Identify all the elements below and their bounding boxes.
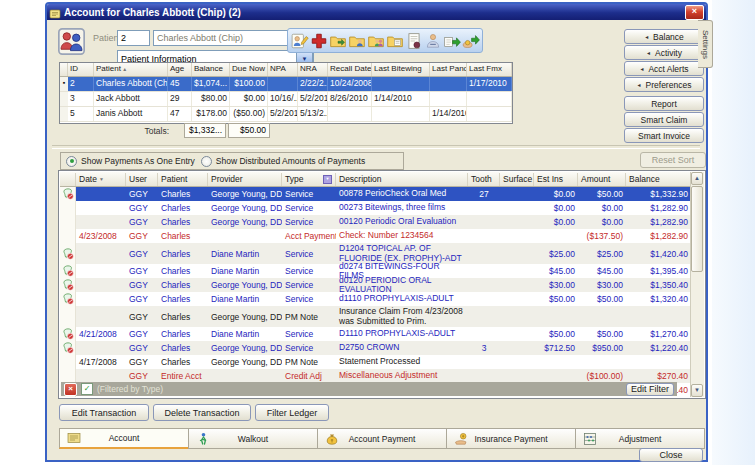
ledger-cell-amount: $0.00 xyxy=(578,217,626,227)
tab-account-payment[interactable]: Account Payment xyxy=(317,428,447,449)
edit-transaction-button[interactable]: Edit Transaction xyxy=(59,404,149,421)
folder-export-icon[interactable] xyxy=(329,32,347,50)
side-button-smart-claim[interactable]: Smart Claim xyxy=(624,112,704,127)
tab-account[interactable]: Account xyxy=(59,428,189,449)
patient-grid-col-last-pano[interactable]: Last Pano xyxy=(430,63,467,76)
document-seal-icon[interactable] xyxy=(405,32,423,50)
send-payment-icon[interactable] xyxy=(462,32,480,50)
remove-filter-icon[interactable]: × xyxy=(64,383,77,396)
side-button-report[interactable]: Report xyxy=(624,96,704,111)
reset-sort-button[interactable]: Reset Sort xyxy=(640,152,706,168)
side-button-activity[interactable]: ◄Activity xyxy=(624,45,704,60)
ledger-row[interactable]: 4/23/2008GGYCharlesAcct PaymentCheck: Nu… xyxy=(60,229,691,243)
ledger-cell-provider: Diane Martin xyxy=(208,329,282,339)
column-filter-icon[interactable]: ▼ xyxy=(323,175,332,184)
radio-show-distributed-amounts[interactable]: Show Distributed Amounts of Payments xyxy=(201,156,365,167)
ledger-row[interactable]: GGYCharlesGeorge Young, DDSServiceD2750 … xyxy=(60,341,691,355)
side-button-smart-invoice[interactable]: Smart Invoice xyxy=(624,128,704,143)
ledger-col-surface[interactable]: Surface xyxy=(500,173,534,186)
patient-grid-col-last-bitewing[interactable]: Last Bitewing xyxy=(372,63,430,76)
scrollbar-thumb[interactable] xyxy=(691,186,703,272)
ledger-row[interactable]: GGYCharlesDiane MartinServiced1110 PROPH… xyxy=(60,292,691,306)
scroll-down-icon[interactable]: ▼ xyxy=(691,384,703,397)
patient-cell-recall_date: 8/26/2010 xyxy=(328,92,372,106)
ledger-row[interactable]: GGYCharlesGeorge Young, DDSServiced0120 … xyxy=(60,278,691,292)
patient-id-field[interactable] xyxy=(117,30,150,46)
side-button-balance[interactable]: ◄Balance xyxy=(624,29,704,44)
ledger-row[interactable]: 4/17/2008GGYCharlesGeorge Young, DDSPM N… xyxy=(60,355,691,369)
select-patient-button[interactable] xyxy=(58,28,85,52)
ledger-col-tooth[interactable]: Tooth xyxy=(468,173,500,186)
tab-walkout[interactable]: Walkout xyxy=(188,428,318,449)
ledger-col-user[interactable]: User xyxy=(126,173,158,186)
background-strip xyxy=(712,0,755,465)
total-balance-value: $1,332... xyxy=(184,123,226,138)
patient-grid-col-nra[interactable]: NRA xyxy=(298,63,328,76)
side-button-preferences[interactable]: ◄Preferences xyxy=(624,77,704,92)
ledger-row[interactable]: GGYCharlesGeorge Young, DDSService00120 … xyxy=(60,215,691,229)
ledger-cell-balance: $1,270.40 xyxy=(626,329,691,339)
patient-grid-col-balance[interactable]: Balance xyxy=(192,63,230,76)
ledger-row[interactable]: GGYCharlesGeorge Young, DDSService00273 … xyxy=(60,201,691,215)
tab-label: Adjustment xyxy=(619,434,662,444)
patient-grid-col-due-now[interactable]: Due Now xyxy=(230,63,268,76)
close-button[interactable]: Close xyxy=(639,448,703,462)
side-button-label: Smart Claim xyxy=(641,115,688,125)
edit-filter-button[interactable]: Edit Filter xyxy=(626,383,674,396)
ledger-row[interactable]: GGYEntire AcctCredit AdjMiscellaneous Ad… xyxy=(60,369,691,383)
patient-care-icon[interactable] xyxy=(424,32,442,50)
tab-adjustment[interactable]: Adjustment xyxy=(575,428,705,449)
patient-grid-col-npa[interactable]: NPA xyxy=(268,63,298,76)
ledger-cell-user: GGY xyxy=(126,217,158,227)
filter-checkbox[interactable]: ✓ xyxy=(81,383,93,395)
ledger-cell-type: Service xyxy=(282,189,336,199)
patient-grid-col-patient[interactable]: Patient ▲ xyxy=(94,63,168,76)
ledger-book-icon xyxy=(67,431,81,445)
side-button-label: Acct Alerts xyxy=(648,64,688,74)
ledger-col-provider[interactable]: Provider xyxy=(208,173,282,186)
patient-row[interactable]: 5Janis Abbott47$178.00($50.00)5/2/20105/… xyxy=(60,107,512,122)
medical-cross-icon[interactable] xyxy=(310,32,328,50)
tab-insurance-payment[interactable]: Insurance Payment xyxy=(446,428,576,449)
ledger-cell-amount: $45.00 xyxy=(578,266,626,276)
send-claim-icon[interactable] xyxy=(443,32,461,50)
close-window-button[interactable]: × xyxy=(685,5,704,20)
patient-grid-col-last-fmx[interactable]: Last Fmx xyxy=(467,63,512,76)
ledger-col-type[interactable]: Type▼ xyxy=(282,173,336,186)
delete-transaction-button[interactable]: Delete Transaction xyxy=(153,404,251,421)
ledger-row[interactable]: GGYCharlesGeorge Young, DDSService00878 … xyxy=(60,187,691,201)
patient-row[interactable]: ▪2Charles Abbott (Chip)45$1,074...$100.0… xyxy=(60,77,512,92)
ledger-cell-type: Service xyxy=(282,294,336,304)
ledger-cell-balance: $1,220.40 xyxy=(626,343,691,353)
folder-family-icon[interactable] xyxy=(367,32,385,50)
patient-grid-col-recall-date[interactable]: Recall Date xyxy=(328,63,372,76)
ledger-row[interactable]: 4/21/2008GGYCharlesDiane MartinServiceD1… xyxy=(60,327,691,341)
ledger-cell-type: Service xyxy=(282,249,336,259)
ledger-body: GGYCharlesGeorge Young, DDSService00878 … xyxy=(60,187,691,397)
patient-cell-last_fmx xyxy=(467,107,512,121)
folder-patient-icon[interactable] xyxy=(348,32,366,50)
ledger-col-amount[interactable]: Amount xyxy=(578,173,626,186)
ledger-col-balance[interactable]: Balance xyxy=(626,173,691,186)
scroll-up-icon[interactable]: ▲ xyxy=(691,172,703,185)
tab-label: Account Payment xyxy=(349,434,416,444)
patient-cell-last_bitewing xyxy=(372,107,430,121)
side-button-acct-alerts[interactable]: ◄Acct Alerts xyxy=(624,61,704,76)
ledger-col-est-ins[interactable]: Est Ins xyxy=(534,173,578,186)
folder-documents-icon[interactable] xyxy=(386,32,404,50)
patient-edit-icon[interactable] xyxy=(291,32,309,50)
insurance-claim-icon xyxy=(60,278,76,292)
settings-side-tab[interactable]: Settings xyxy=(698,20,713,68)
radio-show-payments-one-entry[interactable]: Show Payments As One Entry xyxy=(66,156,195,167)
ledger-col-description[interactable]: Description xyxy=(336,173,468,186)
ledger-scrollbar[interactable]: ▲ ▼ xyxy=(690,172,704,397)
patient-row[interactable]: 3Jack Abbott29$80.00$0.0010/16/...5/2/20… xyxy=(60,92,512,107)
ledger-col-patient[interactable]: Patient xyxy=(158,173,208,186)
patient-cell-recall_date xyxy=(328,107,372,121)
patient-grid-col-id[interactable]: ID xyxy=(68,63,94,76)
filter-ledger-button[interactable]: Filter Ledger xyxy=(255,404,329,421)
titlebar: Account for Charles Abbott (Chip) (2) × xyxy=(47,4,706,20)
ledger-row[interactable]: GGYCharlesGeorge Young, DDSPM NoteInsura… xyxy=(60,306,691,327)
patient-grid-col-age[interactable]: Age xyxy=(168,63,192,76)
ledger-col-date[interactable]: Date▼ xyxy=(76,173,126,186)
